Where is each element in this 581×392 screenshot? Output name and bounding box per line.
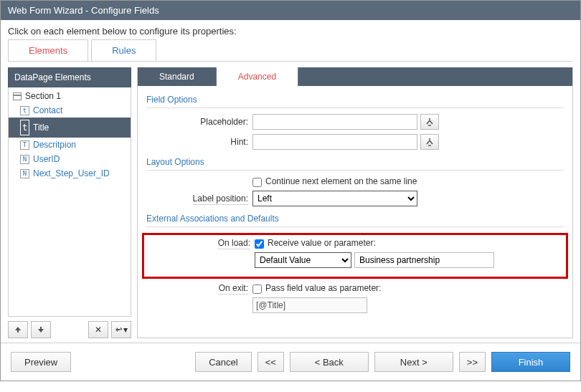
highlight-box: On load: Receive value or parameter: Def… — [142, 233, 568, 279]
tree-item-contact[interactable]: t Contact — [9, 103, 131, 118]
sub-tabs: Standard Advanced — [138, 67, 572, 86]
tree-item-next-step-user-id[interactable]: N Next_Step_User_ID — [9, 166, 131, 181]
element-tree: Section 1 t Contact t Title T Descritpio… — [8, 87, 131, 317]
tab-elements[interactable]: Elements — [8, 39, 88, 61]
default-value-input[interactable] — [354, 252, 494, 268]
on-load-label: On load: — [218, 238, 250, 249]
hint-input[interactable] — [252, 134, 417, 150]
on-exit-label: On exit: — [219, 283, 248, 295]
preview-button[interactable]: Preview — [11, 352, 71, 372]
first-button[interactable]: << — [258, 352, 284, 372]
number-field-icon: N — [20, 169, 29, 178]
tab-rules[interactable]: Rules — [91, 39, 156, 61]
svg-rect-0 — [14, 92, 22, 95]
textarea-field-icon: T — [20, 140, 29, 150]
tree-item-label: Contact — [33, 105, 62, 115]
section-field-options: Field Options — [146, 92, 564, 108]
number-field-icon: N — [20, 155, 29, 164]
pass-value-label: Pass field value as parameter: — [265, 283, 381, 293]
cancel-button[interactable]: Cancel — [195, 352, 251, 372]
exit-param-input — [252, 297, 367, 313]
footer-bar: Preview Cancel << < Back Next > >> Finis… — [1, 343, 580, 381]
back-button[interactable]: < Back — [290, 352, 369, 372]
move-down-button[interactable] — [31, 321, 51, 338]
tree-item-title[interactable]: t Title — [9, 118, 131, 138]
receive-value-label: Receive value or parameter: — [268, 238, 376, 248]
tree-section[interactable]: Section 1 — [9, 89, 131, 103]
tree-item-label: Descritpion — [33, 140, 76, 150]
default-mode-select[interactable]: Default Value — [255, 252, 351, 268]
tree-item-label: Next_Step_User_ID — [33, 168, 110, 178]
receive-value-checkbox[interactable] — [255, 239, 264, 249]
top-tabs: Elements Rules — [8, 39, 573, 62]
svg-rect-1 — [14, 95, 22, 100]
last-button[interactable]: >> — [459, 352, 486, 372]
continue-same-line-label: Continue next element on the same line — [265, 176, 417, 186]
section-external: External Associations and Defaults — [146, 211, 564, 227]
hint-label: Hint: — [146, 137, 252, 147]
wizard-window: Web Form Wizard - Configure Fields Click… — [0, 0, 581, 381]
placeholder-input[interactable] — [252, 114, 417, 130]
section-icon — [13, 92, 22, 100]
finish-button[interactable]: Finish — [491, 352, 570, 372]
hint-picker-button[interactable] — [420, 134, 439, 150]
sub-tab-advanced[interactable]: Advanced — [217, 67, 298, 86]
next-button[interactable]: Next > — [374, 352, 453, 372]
continue-same-line-checkbox[interactable] — [252, 178, 262, 187]
right-panel: Standard Advanced Field Options Placehol… — [137, 67, 573, 338]
svg-point-3 — [429, 138, 430, 140]
insert-button[interactable]: ▾ — [111, 321, 131, 338]
tree-item-label: UserID — [33, 154, 60, 164]
pass-value-checkbox[interactable] — [252, 285, 262, 294]
text-field-icon: t — [20, 106, 29, 115]
label-position-select[interactable]: Left — [252, 191, 417, 206]
list-toolbar: ✕ ▾ — [8, 317, 131, 338]
placeholder-picker-button[interactable] — [420, 114, 439, 130]
delete-button[interactable]: ✕ — [88, 321, 108, 338]
tree-item-label: Title — [33, 123, 49, 133]
left-panel: DataPage Elements Section 1 t Contact t … — [8, 67, 131, 338]
placeholder-label: Placeholder: — [146, 117, 252, 127]
sub-tab-standard[interactable]: Standard — [138, 67, 217, 86]
instructions-text: Click on each element below to configure… — [1, 20, 580, 39]
section-layout-options: Layout Options — [146, 154, 564, 171]
label-position-label: Label position: — [193, 193, 248, 205]
left-panel-header: DataPage Elements — [8, 67, 131, 87]
text-field-icon: t — [20, 120, 29, 135]
tree-item-userid[interactable]: N UserID — [9, 152, 131, 166]
svg-point-2 — [429, 118, 430, 120]
tree-item-description[interactable]: T Descritpion — [9, 138, 131, 152]
move-up-button[interactable] — [8, 321, 28, 338]
section-label: Section 1 — [25, 91, 61, 101]
window-title: Web Form Wizard - Configure Fields — [1, 1, 580, 20]
